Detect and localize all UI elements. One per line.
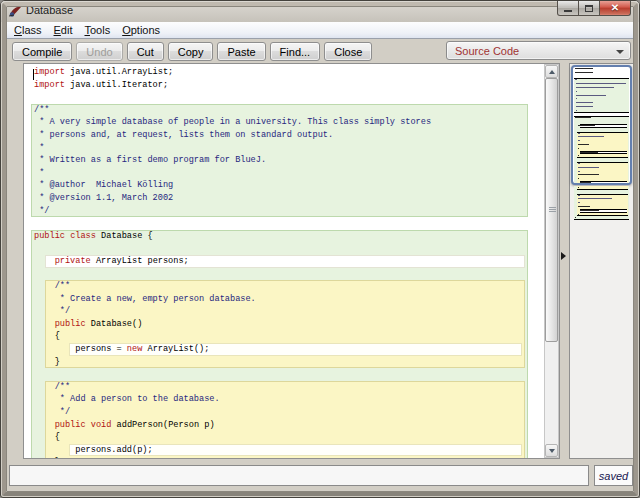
code-text: persons = new ArrayList(); [24, 343, 543, 356]
code-line[interactable]: */ [24, 305, 543, 318]
minimap-viewport[interactable] [571, 65, 632, 185]
menu-tools[interactable]: Tools [78, 23, 116, 37]
code-text: } [24, 456, 543, 459]
copy-button[interactable]: Copy [168, 42, 214, 61]
compile-button[interactable]: Compile [12, 42, 72, 61]
code-line[interactable] [24, 242, 543, 255]
vertical-scrollbar[interactable] [544, 64, 559, 458]
code-text: * @version 1.1, March 2002 [24, 192, 543, 205]
paste-button[interactable]: Paste [217, 42, 265, 61]
code-line[interactable]: /** [24, 280, 543, 293]
minimap-line [573, 216, 630, 220]
code-line[interactable]: } [24, 456, 543, 459]
code-line[interactable]: } [24, 356, 543, 369]
scroll-down-button[interactable] [545, 444, 558, 457]
code-line[interactable] [24, 91, 543, 104]
minimap-mark [580, 182, 590, 183]
maximize-button[interactable] [578, 1, 600, 16]
window-title: Database [26, 4, 73, 16]
code-line[interactable] [24, 268, 543, 281]
code-line[interactable]: { [24, 431, 543, 444]
minimap-mark [578, 163, 580, 164]
minimap-mark [575, 117, 591, 118]
saved-indicator: saved [594, 465, 633, 486]
code-line[interactable]: * Written as a first demo program for Bl… [24, 154, 543, 167]
code-line[interactable]: public Database() [24, 318, 543, 331]
code-line[interactable]: * @author Michael Kölling [24, 179, 543, 192]
status-message-field [9, 465, 589, 486]
scrollbar-thumb[interactable] [545, 78, 558, 342]
code-line[interactable]: /** [24, 381, 543, 394]
scroll-up-button[interactable] [545, 65, 558, 78]
code-text: /** [24, 104, 543, 117]
close-button[interactable]: Close [324, 42, 372, 61]
minimap-mark [578, 174, 599, 175]
toolbar: CompileUndoCutCopyPasteFind...Close Sour… [6, 40, 634, 63]
code-text: public class Database { [24, 230, 543, 243]
code-text: * Add a person to the database. [24, 393, 543, 406]
minimap-mark [578, 144, 590, 145]
minimize-button[interactable] [557, 1, 579, 16]
code-minimap[interactable] [569, 63, 634, 459]
code-text: * @author Michael Kölling [24, 179, 543, 192]
code-line[interactable]: * @version 1.1, March 2002 [24, 192, 543, 205]
code-line[interactable]: import java.util.ArrayList; [24, 66, 543, 79]
minimap-mark [578, 155, 579, 156]
source-code-editor[interactable]: import java.util.ArrayList;import java.u… [23, 63, 560, 459]
code-line[interactable] [24, 217, 543, 230]
minimap-mark [576, 95, 606, 96]
code-line[interactable]: persons = new ArrayList(); [24, 343, 543, 356]
code-text: * Written as a first demo program for Bl… [24, 154, 543, 167]
code-line[interactable]: * A very simple database of people in a … [24, 116, 543, 129]
minimap-mark [578, 214, 579, 215]
menu-bar: ClassEditToolsOptions [6, 22, 634, 39]
code-text: { [24, 330, 543, 343]
minimap-mark [575, 79, 577, 80]
undo-button[interactable]: Undo [76, 42, 122, 61]
menu-edit[interactable]: Edit [48, 23, 79, 37]
code-line[interactable]: * persons and, at request, lists them on… [24, 129, 543, 142]
maximize-icon [585, 5, 593, 12]
code-line[interactable]: * [24, 167, 543, 180]
code-line[interactable]: /** [24, 104, 543, 117]
find-button[interactable]: Find... [270, 42, 321, 61]
minimap-tail [573, 186, 630, 220]
minimap-mark [578, 136, 604, 137]
thumb-grip-icon [549, 207, 556, 213]
bluej-icon [8, 5, 22, 18]
code-line[interactable]: * Add a person to the database. [24, 393, 543, 406]
code-lines: import java.util.ArrayList;import java.u… [24, 66, 543, 459]
minimap-mark [578, 178, 579, 179]
code-line[interactable]: public class Database { [24, 230, 543, 243]
minimap-mark [578, 133, 580, 134]
code-line[interactable]: */ [24, 205, 543, 218]
code-line[interactable] [24, 368, 543, 381]
menu-options[interactable]: Options [116, 23, 166, 37]
minimap-mark [576, 98, 577, 99]
code-line[interactable]: persons.add(p); [24, 444, 543, 457]
breakpoint-margin[interactable] [6, 63, 23, 459]
code-line[interactable]: import java.util.Iterator; [24, 79, 543, 92]
splitter-arrow-icon[interactable] [561, 252, 566, 260]
minimap-mark [578, 167, 599, 168]
code-text: * persons and, at request, lists them on… [24, 129, 543, 142]
code-line[interactable]: * [24, 142, 543, 155]
code-line[interactable]: { [24, 330, 543, 343]
code-line[interactable]: private ArrayList persons; [24, 255, 543, 268]
minimap-mark [578, 187, 579, 188]
close-button[interactable]: ✕ [599, 1, 631, 16]
code-text: * [24, 167, 543, 180]
code-text: */ [24, 205, 543, 218]
menu-class[interactable]: Class [8, 23, 48, 37]
cut-button[interactable]: Cut [127, 42, 164, 61]
minimap-mark [580, 152, 598, 153]
code-text: private ArrayList persons; [24, 255, 543, 268]
editor-window: Database ✕ ClassEditToolsOptions Compile… [0, 0, 640, 498]
minimap-mark [578, 140, 579, 141]
code-text: * Create a new, empty person database. [24, 293, 543, 306]
code-line[interactable]: public void addPerson(Person p) [24, 419, 543, 432]
view-selector-dropdown[interactable]: Source Code [446, 41, 631, 60]
chevron-down-icon [616, 50, 624, 54]
code-line[interactable]: * Create a new, empty person database. [24, 293, 543, 306]
code-line[interactable]: */ [24, 406, 543, 419]
